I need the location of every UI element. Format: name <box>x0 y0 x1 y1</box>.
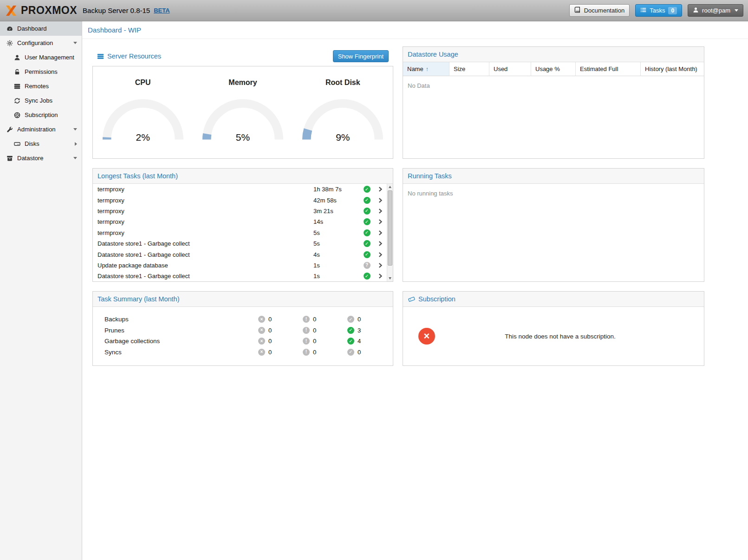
column-header-label: Estimated Full <box>580 65 618 72</box>
longest-tasks-list: termproxy1h 38m 7s✓termproxy42m 58s✓term… <box>93 184 387 281</box>
tasks-button[interactable]: Tasks 0 <box>635 4 682 17</box>
resources-icon <box>97 52 104 60</box>
task-duration: 1s <box>313 273 360 280</box>
scroll-up-button[interactable] <box>387 184 393 190</box>
task-error-count: ×0 <box>258 338 303 345</box>
column-header-label: Size <box>454 65 465 72</box>
book-icon <box>574 7 581 14</box>
chevron-right-icon[interactable] <box>75 142 77 146</box>
task-type-label: Garbage collections <box>104 338 258 345</box>
task-row[interactable]: termproxy42m 58s✓ <box>93 195 387 205</box>
task-ok-count: ✓4 <box>347 338 393 345</box>
sidebar-item-dashboard[interactable]: Dashboard <box>0 21 82 36</box>
chevron-right-icon[interactable] <box>374 187 387 192</box>
sidebar-item-remotes[interactable]: Remotes <box>0 79 82 93</box>
sidebar-item-configuration[interactable]: Configuration <box>0 36 82 50</box>
sidebar-item-user-management[interactable]: User Management <box>0 50 82 65</box>
column-header-name[interactable]: Name↑ <box>403 62 449 76</box>
task-summary-row[interactable]: Garbage collections×0!0✓4 <box>93 336 393 347</box>
scrollbar-thumb[interactable] <box>388 190 392 266</box>
task-row[interactable]: Datastore store1 - Garbage collect5s✓ <box>93 238 387 249</box>
column-header-used[interactable]: Used <box>489 62 531 76</box>
warning-status-icon: ! <box>303 338 310 345</box>
show-fingerprint-button[interactable]: Show Fingerprint <box>333 50 389 62</box>
column-header-history-last-month[interactable]: History (last Month) <box>641 62 704 76</box>
cpu-gauge-value: 2% <box>98 132 188 143</box>
column-header-estimated-full[interactable]: Estimated Full <box>576 62 641 76</box>
task-summary-panel: Task Summary (last Month) Backups×0!0✓0P… <box>92 291 393 366</box>
count-value: 0 <box>358 316 361 323</box>
chevron-down-icon <box>735 9 738 12</box>
task-summary-row[interactable]: Prunes×0!0✓3 <box>93 325 393 336</box>
sidebar-item-subscription[interactable]: Subscription <box>0 108 82 122</box>
sidebar-item-disks[interactable]: Disks <box>0 137 82 151</box>
root-disk-gauge-value: 9% <box>298 132 387 143</box>
task-duration: 5s <box>313 240 360 247</box>
task-type-label: Prunes <box>104 327 258 334</box>
chevron-right-icon[interactable] <box>374 273 387 279</box>
datastore-usage-empty-text: No Data <box>403 76 704 95</box>
task-row[interactable]: Update package database1s? <box>93 260 387 271</box>
chevron-right-icon[interactable] <box>374 219 387 224</box>
task-row[interactable]: termproxy3m 21s✓ <box>93 206 387 216</box>
status-ok-icon: ✓ <box>364 240 371 247</box>
task-row[interactable]: Datastore store1 - Garbage collect1s✓ <box>93 271 387 281</box>
chevron-right-icon[interactable] <box>374 241 387 246</box>
task-ok-count: ✓0 <box>347 349 393 356</box>
count-value: 0 <box>268 338 272 345</box>
scroll-down-button[interactable] <box>387 275 393 281</box>
chevron-right-icon[interactable] <box>374 252 387 257</box>
task-name: termproxy <box>98 186 313 193</box>
sidebar-item-datastore[interactable]: Datastore <box>0 151 82 165</box>
chevron-down-icon[interactable] <box>73 157 77 159</box>
documentation-button[interactable]: Documentation <box>569 4 630 17</box>
chevron-right-icon[interactable] <box>374 263 387 268</box>
task-status: ✓ <box>360 273 374 280</box>
sidebar-item-permissions[interactable]: Permissions <box>0 65 82 79</box>
task-status: ? <box>360 262 374 269</box>
chevron-right-icon[interactable] <box>374 208 387 214</box>
task-row[interactable]: termproxy1h 38m 7s✓ <box>93 184 387 195</box>
task-duration: 1h 38m 7s <box>313 186 360 193</box>
sidebar-item-label: Disks <box>25 140 39 147</box>
triangle-down-icon <box>389 277 391 280</box>
column-header-label: Usage % <box>535 65 560 72</box>
task-summary-row[interactable]: Syncs×0!0✓0 <box>93 347 393 358</box>
beta-link[interactable]: BETA <box>154 7 169 14</box>
user-menu-button[interactable]: root@pam <box>688 4 743 17</box>
column-header-size[interactable]: Size <box>449 62 489 76</box>
task-ok-count: ✓3 <box>347 327 393 334</box>
task-warning-count: !0 <box>303 316 347 323</box>
user-icon <box>693 7 699 14</box>
datastore-usage-header-row: Name↑SizeUsedUsage %Estimated FullHistor… <box>403 62 704 76</box>
column-header-label: Name <box>407 65 423 72</box>
root-disk-gauge-arc: 9% <box>298 97 387 143</box>
chevron-down-icon[interactable] <box>73 128 77 130</box>
ok-status-icon: ✓ <box>347 338 354 345</box>
hdd-icon <box>13 140 20 147</box>
server-resources-title: Server Resources <box>107 52 161 60</box>
task-status: ✓ <box>360 218 374 225</box>
tasks-label: Tasks <box>650 7 665 14</box>
task-row[interactable]: termproxy14s✓ <box>93 216 387 227</box>
proxmox-logo: PROXMOX <box>5 4 77 17</box>
task-summary-row[interactable]: Backups×0!0✓0 <box>93 314 393 325</box>
sidebar-item-administration[interactable]: Administration <box>0 122 82 137</box>
chevron-right-icon[interactable] <box>374 198 387 203</box>
sidebar: DashboardConfigurationUser ManagementPer… <box>0 21 82 560</box>
subscription-title: Subscription <box>418 295 455 303</box>
task-row[interactable]: Datastore store1 - Garbage collect4s✓ <box>93 249 387 260</box>
task-row[interactable]: termproxy5s✓ <box>93 228 387 238</box>
main-area: Dashboard - WIP Server Resources Show Fi… <box>82 21 748 560</box>
sidebar-item-label: Administration <box>17 126 55 133</box>
running-tasks-title: Running Tasks <box>408 172 452 180</box>
sidebar-item-sync-jobs[interactable]: Sync Jobs <box>0 93 82 108</box>
scrollbar[interactable] <box>387 184 393 281</box>
chevron-right-icon[interactable] <box>374 230 387 235</box>
count-value: 0 <box>268 349 272 356</box>
chevron-down-icon[interactable] <box>73 42 77 44</box>
server-resources-body: CPU 2% Memory 5% Root <box>92 66 393 159</box>
longest-tasks-title: Longest Tasks (last Month) <box>98 172 178 180</box>
column-header-usage[interactable]: Usage % <box>531 62 576 76</box>
archive-icon <box>6 155 13 162</box>
